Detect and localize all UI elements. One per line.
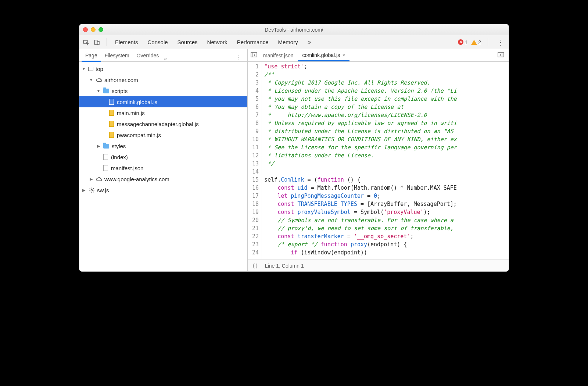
- toolbar-left: ElementsConsoleSourcesNetworkPerformance…: [82, 37, 311, 47]
- window-title: DevTools - airhorner.com/: [79, 27, 509, 33]
- tree-top[interactable]: ▼ top: [79, 63, 247, 74]
- error-icon: ✕: [458, 39, 463, 45]
- sidebar-menu-button[interactable]: ⋮: [233, 53, 245, 61]
- js-file-icon: [109, 110, 114, 116]
- chevron-right-icon: ▶: [89, 177, 93, 182]
- sources-sidebar: PageFilesystemOverrides » ⋮ ▼ top ▼ airh…: [79, 49, 248, 271]
- folder-icon: [103, 89, 109, 93]
- chevron-down-icon: ▼: [96, 89, 101, 93]
- traffic-lights: [83, 27, 103, 32]
- editor-status-bar: {} Line 1, Column 1: [248, 260, 509, 271]
- sidebar-more-button[interactable]: »: [164, 56, 167, 61]
- svg-rect-1: [94, 40, 98, 44]
- chevron-down-icon: ▼: [89, 78, 93, 82]
- js-file-icon: [109, 132, 114, 138]
- sidebar-tab-page[interactable]: Page: [82, 50, 101, 62]
- js-file-icon: [109, 121, 114, 127]
- toolbar-separator: [488, 38, 488, 46]
- svg-point-3: [91, 189, 92, 191]
- chevron-down-icon: ▼: [82, 67, 86, 71]
- tree-file-main[interactable]: main.min.js: [79, 107, 247, 118]
- inspect-element-icon[interactable]: [82, 38, 90, 47]
- tree-folder-scripts[interactable]: ▼ scripts: [79, 85, 247, 96]
- content-area: PageFilesystemOverrides » ⋮ ▼ top ▼ airh…: [79, 49, 509, 271]
- toolbar-separator: [107, 38, 107, 46]
- panel-tab-sources[interactable]: Sources: [177, 37, 198, 47]
- tree-domain-analytics[interactable]: ▶ www.google-analytics.com: [79, 174, 247, 185]
- main-toolbar: ElementsConsoleSourcesNetworkPerformance…: [79, 35, 509, 49]
- settings-menu-button[interactable]: ⋮: [495, 38, 506, 47]
- error-count-badge[interactable]: ✕ 1: [458, 39, 467, 45]
- file-icon: [109, 99, 114, 105]
- warning-count: 2: [478, 39, 481, 45]
- tree-label: main.min.js: [117, 110, 145, 116]
- panel-tab-console[interactable]: Console: [147, 37, 169, 47]
- close-window-button[interactable]: [83, 27, 88, 32]
- zoom-window-button[interactable]: [98, 27, 103, 32]
- pretty-print-button[interactable]: {}: [252, 263, 258, 269]
- tree-label: top: [96, 66, 103, 72]
- folder-icon: [103, 144, 109, 149]
- tree-folder-styles[interactable]: ▶ styles: [79, 140, 247, 151]
- cursor-position: Line 1, Column 1: [265, 263, 304, 269]
- code-editor[interactable]: 123456789101112131415161718192021222324 …: [248, 62, 509, 260]
- file-icon: [103, 154, 108, 160]
- warning-icon: [471, 40, 477, 45]
- tree-label: www.google-analytics.com: [104, 176, 169, 182]
- tree-file-manifest[interactable]: manifest.json: [79, 162, 247, 174]
- panel-tabs: ElementsConsoleSourcesNetworkPerformance…: [114, 37, 299, 47]
- editor-tab-label: comlink.global.js: [302, 52, 340, 58]
- panel-tab-elements[interactable]: Elements: [114, 37, 139, 47]
- frame-icon: [88, 67, 93, 71]
- tree-label: sw.js: [97, 187, 109, 193]
- editor-tab-label: manifest.json: [263, 53, 293, 58]
- tree-file-pwa[interactable]: pwacompat.min.js: [79, 129, 247, 140]
- code-content[interactable]: "use strict";/** * Copyright 2017 Google…: [262, 62, 509, 260]
- tree-label: comlink.global.js: [117, 99, 157, 105]
- panel-tab-performance[interactable]: Performance: [236, 37, 269, 47]
- devtools-window: DevTools - airhorner.com/ ElementsConsol…: [79, 24, 509, 272]
- window-titlebar[interactable]: DevTools - airhorner.com/: [79, 24, 509, 35]
- tree-domain-airhorner[interactable]: ▼ airhorner.com: [79, 74, 247, 85]
- tree-label: pwacompat.min.js: [117, 132, 161, 138]
- editor-tab-bar: manifest.jsoncomlink.global.js×: [248, 49, 509, 62]
- panel-tab-memory[interactable]: Memory: [277, 37, 299, 47]
- file-icon: [103, 165, 108, 171]
- warning-count-badge[interactable]: 2: [471, 39, 481, 45]
- gear-icon: [88, 187, 95, 193]
- tree-file-mca[interactable]: messagechanneladapter.global.js: [79, 118, 247, 129]
- tree-item-sw[interactable]: ▶ sw.js: [79, 185, 247, 196]
- editor-tab[interactable]: comlink.global.js×: [298, 50, 349, 61]
- file-tree[interactable]: ▼ top ▼ airhorner.com ▼ scripts comlink.…: [79, 62, 247, 271]
- sidebar-tabs: PageFilesystemOverrides » ⋮: [79, 49, 247, 62]
- line-number-gutter: 123456789101112131415161718192021222324: [248, 62, 262, 260]
- tree-file-comlink[interactable]: comlink.global.js: [79, 96, 247, 107]
- tree-file-index[interactable]: (index): [79, 151, 247, 162]
- tree-label: (index): [111, 154, 128, 160]
- show-navigator-icon[interactable]: [249, 52, 259, 58]
- device-toolbar-icon[interactable]: [93, 38, 101, 47]
- cloud-icon: [96, 76, 102, 83]
- editor-pane: manifest.jsoncomlink.global.js× 12345678…: [248, 49, 509, 271]
- error-count: 1: [465, 39, 467, 45]
- chevron-right-icon: ▶: [82, 188, 86, 193]
- tree-label: manifest.json: [111, 165, 143, 171]
- close-tab-icon[interactable]: ×: [342, 52, 345, 58]
- show-debugger-icon[interactable]: [495, 52, 507, 58]
- tree-label: scripts: [112, 88, 128, 94]
- cloud-icon: [96, 176, 102, 182]
- minimize-window-button[interactable]: [91, 27, 96, 32]
- tree-label: airhorner.com: [104, 77, 138, 83]
- tree-label: messagechanneladapter.global.js: [117, 121, 199, 127]
- more-panels-button[interactable]: »: [308, 38, 311, 46]
- editor-tab[interactable]: manifest.json: [259, 50, 298, 61]
- sidebar-tab-filesystem[interactable]: Filesystem: [101, 50, 133, 61]
- sidebar-tab-overrides[interactable]: Overrides: [133, 50, 163, 61]
- tree-label: styles: [112, 143, 126, 149]
- chevron-right-icon: ▶: [96, 144, 101, 149]
- panel-tab-network[interactable]: Network: [207, 37, 228, 47]
- toolbar-right: ✕ 1 2 ⋮: [458, 38, 506, 47]
